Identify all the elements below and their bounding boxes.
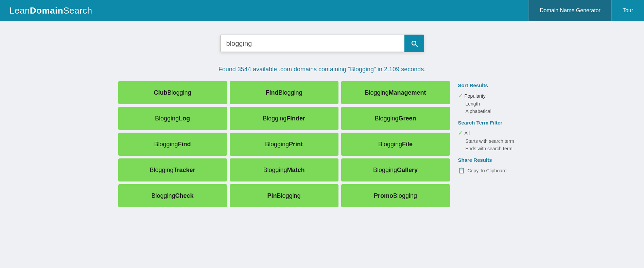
domain-item[interactable]: BloggingGallery bbox=[341, 158, 450, 181]
logo-domain: Domain bbox=[30, 5, 63, 16]
domain-item[interactable]: PinBlogging bbox=[230, 184, 338, 207]
domain-item[interactable]: BloggingManagement bbox=[341, 81, 450, 104]
search-area bbox=[0, 21, 644, 59]
domain-item[interactable]: BloggingFinder bbox=[230, 107, 338, 130]
domain-item[interactable]: BloggingCheck bbox=[118, 184, 227, 207]
domain-item[interactable]: BloggingFind bbox=[118, 133, 227, 156]
main-layout: ClubBlogging FindBlogging BloggingManage… bbox=[105, 81, 540, 207]
logo: LeanDomainSearch bbox=[10, 5, 92, 16]
domain-item[interactable]: PromoBlogging bbox=[341, 184, 450, 207]
check-icon: ✓ bbox=[458, 130, 463, 136]
sort-length[interactable]: Length bbox=[458, 100, 526, 108]
logo-lean: Lean bbox=[10, 5, 30, 16]
domain-item[interactable]: BloggingFile bbox=[341, 133, 450, 156]
domain-item[interactable]: BloggingTracker bbox=[118, 158, 227, 181]
header: LeanDomainSearch Domain Name Generator T… bbox=[0, 0, 644, 21]
filter-ends-with[interactable]: Ends with search term bbox=[458, 145, 526, 152]
domain-item[interactable]: ClubBlogging bbox=[118, 81, 227, 104]
sort-popularity[interactable]: ✓ Popularity bbox=[458, 92, 526, 100]
results-info: Found 3544 available .com domains contai… bbox=[0, 59, 644, 81]
sidebar: Sort Results ✓ Popularity Length Alphabe… bbox=[458, 81, 526, 207]
search-input[interactable] bbox=[220, 35, 404, 52]
nav-tour[interactable]: Tour bbox=[611, 0, 644, 21]
filter-title: Search Term Filter bbox=[458, 120, 526, 126]
domain-item[interactable]: FindBlogging bbox=[230, 81, 338, 104]
domain-item[interactable]: BloggingMatch bbox=[230, 158, 338, 181]
nav-domain-name-generator[interactable]: Domain Name Generator bbox=[528, 0, 611, 21]
filter-starts-with[interactable]: Starts with search term bbox=[458, 137, 526, 145]
domain-grid: ClubBlogging FindBlogging BloggingManage… bbox=[118, 81, 450, 207]
header-nav: Domain Name Generator Tour bbox=[528, 0, 644, 21]
sort-results-title: Sort Results bbox=[458, 82, 526, 88]
domain-item[interactable]: BloggingLog bbox=[118, 107, 227, 130]
sort-alphabetical[interactable]: Alphabetical bbox=[458, 108, 526, 115]
domain-item[interactable]: BloggingGreen bbox=[341, 107, 450, 130]
check-icon: ✓ bbox=[458, 93, 463, 99]
share-results-title: Share Results bbox=[458, 157, 526, 163]
clipboard-icon: 📋 bbox=[458, 167, 465, 174]
domain-item[interactable]: BloggingPrint bbox=[230, 133, 338, 156]
search-button[interactable] bbox=[404, 35, 424, 52]
copy-to-clipboard-button[interactable]: 📋 Copy To Clipboard bbox=[458, 166, 526, 175]
logo-search: Search bbox=[63, 5, 92, 16]
filter-all[interactable]: ✓ All bbox=[458, 129, 526, 137]
search-box bbox=[220, 35, 424, 52]
